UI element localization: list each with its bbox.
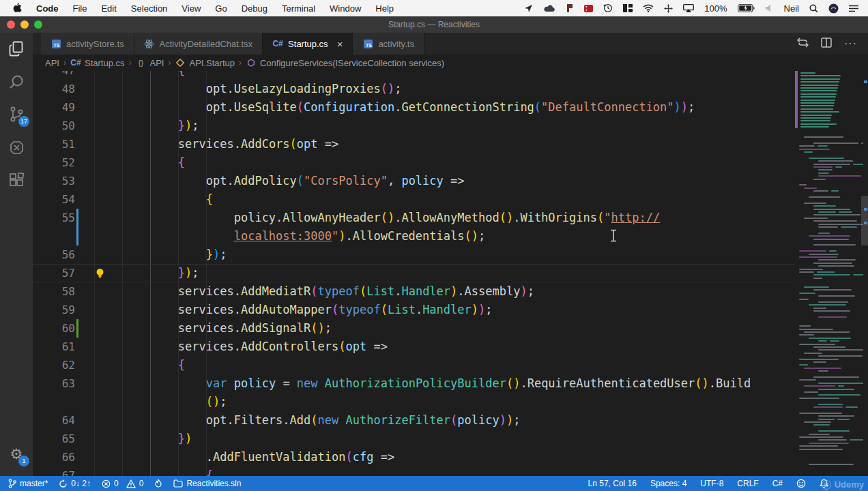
code-line-62[interactable]: 62{ (33, 356, 795, 374)
wifi-icon[interactable] (643, 4, 654, 12)
code-line-64[interactable]: 64opt.Filters.Add(new AuthorizeFilter(po… (33, 411, 795, 430)
flame-icon[interactable] (154, 479, 162, 488)
code-line-54[interactable]: 54{ (33, 190, 795, 209)
code-line-57[interactable]: 57}); (33, 264, 795, 282)
source-control-icon[interactable]: 17 (0, 98, 33, 131)
apple-icon[interactable] (12, 3, 22, 14)
more-actions-icon[interactable]: ··· (844, 38, 857, 50)
menu-item-window[interactable]: Window (330, 3, 361, 14)
feedback-smiley-icon[interactable] (796, 479, 806, 488)
menu-item-code[interactable]: Code (36, 3, 59, 14)
line-number[interactable]: 58 (33, 282, 75, 301)
tab-activity-ts[interactable]: TSactivity.ts (353, 33, 424, 55)
code-line-wrap[interactable]: (); (33, 393, 795, 411)
code-line-56[interactable]: 56}); (33, 246, 795, 264)
code-line-51[interactable]: 51services.AddCors(opt => (33, 135, 795, 153)
line-number[interactable]: 50 (33, 117, 75, 135)
menu-item-debug[interactable]: Debug (242, 3, 267, 14)
code-line-63[interactable]: 63var policy = new AuthorizationPolicyBu… (33, 374, 795, 393)
menu-item-file[interactable]: File (73, 3, 87, 14)
menu-item-selection[interactable]: Selection (131, 3, 167, 14)
close-tab-icon[interactable]: × (337, 38, 343, 50)
line-number[interactable]: 59 (33, 301, 75, 319)
open-changes-icon[interactable] (797, 38, 809, 50)
line-number[interactable]: 57 (33, 265, 75, 282)
code-line-58[interactable]: 58services.AddMediatR(typeof(List.Handle… (33, 282, 795, 301)
code-line-53[interactable]: 53opt.AddPolicy("CorsPolicy", policy => (33, 172, 795, 190)
extensions-icon[interactable] (0, 164, 33, 196)
code-line-55[interactable]: 55policy.AllowAnyHeader().AllowAnyMethod… (33, 209, 795, 227)
code-line-59[interactable]: 59services.AddAutoMapper(typeof(List.Han… (33, 301, 795, 319)
indentation-setting[interactable]: Spaces: 4 (650, 479, 686, 488)
code-line-50[interactable]: 50}); (33, 117, 795, 135)
line-number[interactable]: 65 (33, 430, 75, 448)
spotlight-icon[interactable] (809, 4, 818, 13)
code-line-52[interactable]: 52{ (33, 153, 795, 172)
explorer-icon[interactable] (0, 33, 33, 65)
code-line-60[interactable]: 60services.AddSignalR(); (33, 319, 795, 338)
tab-activitydetailedchat-tsx[interactable]: ActivityDetailedChat.tsx (134, 33, 263, 55)
line-number[interactable] (33, 227, 75, 246)
line-number[interactable]: 51 (33, 135, 75, 153)
code-editor[interactable]: 47{48opt.UseLazyLoadingProxies();49opt.U… (33, 71, 868, 476)
sync-indicator[interactable]: 0↓ 2↑ (59, 479, 91, 488)
app-circle-icon[interactable] (828, 3, 839, 14)
line-number[interactable]: 52 (33, 153, 75, 172)
location-icon[interactable] (524, 4, 533, 13)
line-number[interactable]: 64 (33, 411, 75, 430)
code-line-48[interactable]: 48opt.UseLazyLoadingProxies(); (33, 80, 795, 98)
menu-item-view[interactable]: View (182, 3, 201, 14)
menu-item-go[interactable]: Go (215, 3, 227, 14)
language-mode[interactable]: C# (772, 479, 783, 488)
breadcrumb-item[interactable]: C#Startup.cs (70, 57, 125, 68)
code-line-66[interactable]: 66.AddFluentValidation(cfg => (33, 448, 795, 466)
window-tiles-icon[interactable] (623, 4, 633, 12)
volume-muted-icon[interactable] (765, 4, 774, 12)
minimap[interactable] (795, 71, 863, 476)
menu-item-edit[interactable]: Edit (101, 3, 116, 14)
solution-indicator[interactable]: Reactivities.sln (173, 479, 241, 488)
settings-gear-icon[interactable]: ⚙ 1 (0, 438, 33, 471)
split-editor-icon[interactable] (821, 38, 832, 50)
line-number[interactable]: 47 (33, 71, 75, 80)
breadcrumb-item[interactable]: API.Startup (175, 57, 234, 68)
line-number[interactable]: 55 (33, 209, 75, 227)
airplay-icon[interactable] (683, 4, 694, 12)
breadcrumb-item[interactable]: API (45, 58, 59, 68)
eol-setting[interactable]: CRLF (737, 479, 758, 488)
code-line-47[interactable]: 47{ (33, 71, 795, 80)
breadcrumb-item[interactable]: ConfigureServices(IServiceCollection ser… (246, 57, 444, 68)
tool-icon[interactable] (566, 3, 574, 13)
video-app-icon[interactable] (584, 4, 593, 13)
tab-startup-cs[interactable]: C#Startup.cs× (263, 33, 353, 55)
line-number[interactable]: 67 (33, 466, 75, 476)
time-machine-icon[interactable] (603, 3, 613, 13)
menu-item-terminal[interactable]: Terminal (282, 3, 315, 14)
scrollbar-thumb[interactable] (861, 196, 868, 246)
menu-item-help[interactable]: Help (375, 3, 394, 14)
breadcrumb-item[interactable]: {}API (136, 57, 164, 68)
debug-icon[interactable] (0, 131, 33, 164)
search-icon[interactable] (0, 65, 33, 98)
code-line-wrap[interactable]: localhost:3000").AllowCredentials(); (33, 227, 795, 246)
notification-center-icon[interactable] (849, 5, 858, 12)
line-number[interactable]: 60 (33, 319, 75, 338)
lightbulb-icon[interactable] (96, 268, 104, 282)
code-line-49[interactable]: 49opt.UseSqlite(Configuration.GetConnect… (33, 98, 795, 117)
line-number[interactable]: 61 (33, 338, 75, 356)
code-line-67[interactable]: 67{ (33, 466, 795, 476)
code-line-65[interactable]: 65}) (33, 430, 795, 448)
line-number[interactable]: 66 (33, 448, 75, 466)
git-branch-indicator[interactable]: master* (8, 479, 48, 488)
problems-indicator[interactable]: 0 0 (102, 479, 143, 488)
line-number[interactable]: 53 (33, 172, 75, 190)
battery-icon[interactable] (738, 4, 755, 12)
encoding-setting[interactable]: UTF-8 (700, 479, 723, 488)
line-number[interactable]: 62 (33, 356, 75, 374)
line-number[interactable]: 48 (33, 80, 75, 98)
tab-activitystore-ts[interactable]: TSactivityStore.ts (41, 33, 134, 55)
line-number[interactable] (33, 393, 75, 411)
code-line-61[interactable]: 61services.AddControllers(opt => (33, 338, 795, 356)
line-number[interactable]: 56 (33, 246, 75, 264)
cursor-position[interactable]: Ln 57, Col 16 (588, 479, 637, 488)
